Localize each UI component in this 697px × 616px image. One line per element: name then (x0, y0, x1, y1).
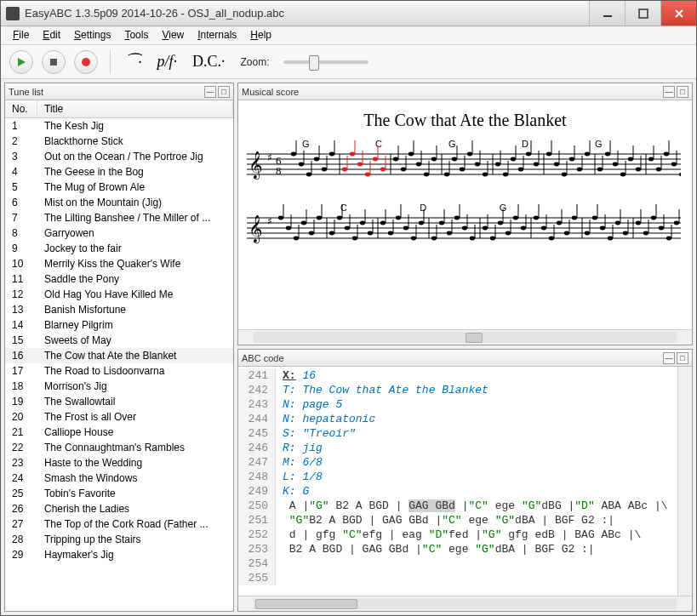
svg-point-137 (294, 237, 299, 241)
svg-point-66 (475, 163, 480, 167)
svg-point-107 (636, 168, 641, 172)
list-item[interactable]: 27The Top of the Cork Road (Father ... (5, 516, 233, 532)
dacapo-button[interactable]: D.C.· (189, 53, 229, 71)
code-editor[interactable]: 241X: 16242T: The Cow that Ate the Blank… (238, 367, 677, 596)
close-button[interactable] (660, 1, 696, 26)
list-header[interactable]: No. Title (5, 100, 233, 118)
list-item[interactable]: 26Cherish the Ladies (5, 501, 233, 516)
list-item[interactable]: 12Old Hag You Have Killed Me (5, 287, 233, 302)
list-item[interactable]: 4The Geese in the Bog (5, 164, 233, 180)
svg-point-221 (623, 231, 628, 236)
list-item[interactable]: 16The Cow that Ate the Blanket (5, 348, 233, 363)
svg-point-161 (388, 231, 393, 236)
code-hscroll[interactable] (238, 596, 692, 611)
list-item[interactable]: 19The Swallowtail (5, 394, 233, 409)
svg-point-133 (278, 216, 283, 220)
svg-point-99 (605, 152, 610, 157)
maximize-button[interactable] (625, 1, 660, 26)
list-item[interactable]: 29Haymaker's Jig (5, 547, 233, 562)
record-button[interactable] (74, 50, 98, 74)
svg-point-105 (628, 157, 633, 162)
svg-point-230 (659, 226, 664, 231)
scroll-thumb[interactable] (255, 599, 357, 609)
svg-point-23 (306, 173, 311, 177)
stop-button[interactable] (42, 50, 66, 74)
svg-point-228 (651, 216, 656, 220)
play-button[interactable] (9, 50, 33, 74)
tune-list-header[interactable]: Tune list — □ (5, 83, 233, 100)
svg-text:D: D (420, 202, 426, 213)
list-item[interactable]: 21Calliope House (5, 425, 233, 440)
svg-point-224 (636, 221, 641, 225)
list-item[interactable]: 22The Connaughtman's Rambles (5, 440, 233, 455)
menu-view[interactable]: View (155, 26, 191, 44)
ornament-button[interactable]: ⁀· (123, 53, 146, 71)
menu-file[interactable]: File (6, 26, 36, 44)
zoom-thumb[interactable] (309, 55, 319, 71)
list-item[interactable]: 6Mist on the Mountain (Jig) (5, 195, 233, 210)
panel-max-icon[interactable]: □ (677, 86, 688, 98)
svg-point-118 (679, 173, 681, 177)
score-view[interactable]: The Cow that Ate the Blanket 𝄞 ♯ 68 GCGD… (238, 100, 692, 329)
list-item[interactable]: 9Jockey to the fair (5, 241, 233, 256)
list-item[interactable]: 17The Road to Lisdoonvarna (5, 363, 233, 379)
list-item[interactable]: 18Morrison's Jig (5, 379, 233, 394)
code-vscroll[interactable] (677, 367, 692, 596)
menu-internals[interactable]: Internals (191, 26, 243, 44)
menu-help[interactable]: Help (243, 26, 278, 44)
list-item[interactable]: 8Garryowen (5, 225, 233, 241)
minimize-button[interactable] (589, 1, 625, 26)
zoom-slider[interactable] (283, 60, 368, 64)
list-item[interactable]: 23Haste to the Wedding (5, 455, 233, 471)
list-item[interactable]: 7The Lilting Banshee / The Miller of ... (5, 210, 233, 225)
panel-title: Tune list (9, 87, 43, 97)
svg-point-84 (546, 152, 551, 157)
svg-text:D: D (522, 139, 528, 149)
list-item[interactable]: 1The Kesh Jig (5, 118, 233, 134)
svg-point-116 (671, 163, 677, 167)
code-header[interactable]: ABC code — □ (238, 350, 692, 367)
list-item[interactable]: 25Tobin's Favorite (5, 486, 233, 501)
svg-point-90 (569, 157, 574, 162)
svg-text:𝄞: 𝄞 (249, 214, 263, 244)
svg-point-141 (309, 231, 314, 236)
panel-min-icon[interactable]: — (204, 86, 216, 98)
list-item[interactable]: 10Merrily Kiss the Quaker's Wife (5, 256, 233, 271)
list-item[interactable]: 28Tripping up the Stairs (5, 532, 233, 547)
svg-point-34 (350, 152, 355, 157)
list-item[interactable]: 2Blackthorne Stick (5, 134, 233, 149)
score-hscroll[interactable] (238, 329, 692, 345)
panel-min-icon[interactable]: — (663, 352, 675, 364)
svg-point-110 (648, 157, 654, 162)
svg-point-112 (656, 168, 661, 172)
svg-point-156 (368, 231, 373, 236)
list-item[interactable]: 20The Frost is all Over (5, 409, 233, 425)
panel-title: Musical score (242, 87, 299, 97)
title-bar[interactable]: EasyABC 1.3.5p09 2014-10-26 - OSJ_all_no… (1, 1, 696, 26)
tune-list[interactable]: 1The Kesh Jig2Blackthorne Stick3Out on t… (5, 118, 233, 611)
list-item[interactable]: 13Banish Misfortune (5, 302, 233, 317)
list-item[interactable]: 14Blarney Pilgrim (5, 317, 233, 333)
dynamics-button[interactable]: p/f· (154, 53, 181, 71)
scroll-thumb[interactable] (466, 333, 483, 343)
menu-edit[interactable]: Edit (36, 26, 67, 44)
menu-tools[interactable]: Tools (117, 26, 155, 44)
col-no[interactable]: No. (5, 100, 37, 117)
score-panel: Musical score — □ The Cow that Ate the B… (237, 83, 693, 345)
col-title[interactable]: Title (37, 100, 233, 117)
svg-point-165 (403, 226, 408, 231)
svg-point-215 (600, 226, 605, 231)
list-item[interactable]: 15Sweets of May (5, 333, 233, 348)
panel-title: ABC code (242, 353, 284, 363)
menu-settings[interactable]: Settings (67, 26, 117, 44)
svg-point-195 (521, 226, 526, 231)
score-header[interactable]: Musical score — □ (238, 83, 692, 100)
list-item[interactable]: 24Smash the Windows (5, 471, 233, 486)
svg-point-86 (554, 163, 559, 167)
list-item[interactable]: 11Saddle the Pony (5, 271, 233, 287)
panel-max-icon[interactable]: □ (677, 352, 688, 364)
panel-max-icon[interactable]: □ (218, 86, 230, 98)
panel-min-icon[interactable]: — (663, 86, 675, 98)
list-item[interactable]: 5The Mug of Brown Ale (5, 180, 233, 195)
list-item[interactable]: 3Out on the Ocean / The Portroe Jig (5, 149, 233, 164)
